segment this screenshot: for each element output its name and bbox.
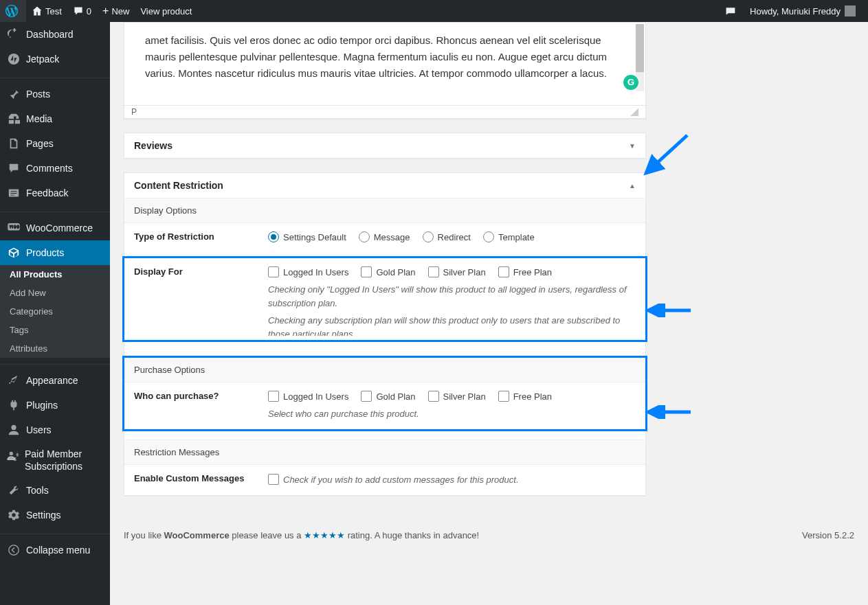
menu-products[interactable]: Products bbox=[0, 240, 110, 265]
site-name-link[interactable]: Test bbox=[26, 0, 67, 22]
svg-point-0 bbox=[8, 54, 19, 65]
purchase-silver-option[interactable]: Silver Plan bbox=[428, 391, 486, 402]
submenu-tags[interactable]: Tags bbox=[0, 321, 110, 339]
content-restriction-header[interactable]: Content Restriction ▲ bbox=[124, 173, 645, 198]
collapse-menu[interactable]: Collapse menu bbox=[0, 538, 110, 562]
menu-posts[interactable]: Posts bbox=[0, 82, 110, 106]
purchase-silver-checkbox[interactable] bbox=[428, 391, 439, 402]
reviews-header[interactable]: Reviews ▼ bbox=[124, 133, 645, 158]
svg-point-6 bbox=[9, 545, 19, 555]
type-of-restriction-label: Type of Restriction bbox=[134, 231, 268, 242]
toggle-up-icon[interactable]: ▲ bbox=[629, 182, 636, 190]
menu-dashboard[interactable]: Dashboard bbox=[0, 22, 110, 47]
footer-thanks: If you like WooCommerce please leave us … bbox=[124, 530, 479, 540]
svg-text:$: $ bbox=[14, 456, 16, 462]
menu-woocommerce[interactable]: WooCommerce bbox=[0, 216, 110, 240]
menu-comments[interactable]: Comments bbox=[0, 156, 110, 181]
display-silver-option[interactable]: Silver Plan bbox=[428, 266, 486, 277]
display-gold-checkbox[interactable] bbox=[361, 266, 372, 277]
woocommerce-icon bbox=[7, 221, 21, 235]
restriction-message-radio[interactable] bbox=[359, 231, 370, 242]
display-for-label: Display For bbox=[134, 266, 268, 277]
submenu-all-products[interactable]: All Products bbox=[0, 265, 110, 284]
submenu-categories[interactable]: Categories bbox=[0, 302, 110, 321]
enable-custom-checkbox[interactable] bbox=[268, 474, 279, 485]
media-icon bbox=[7, 112, 21, 126]
restriction-template-radio[interactable] bbox=[483, 231, 494, 242]
enable-custom-messages-row: Enable Custom Messages Check if you wish… bbox=[124, 465, 645, 496]
menu-settings[interactable]: Settings bbox=[0, 503, 110, 527]
display-silver-checkbox[interactable] bbox=[428, 266, 439, 277]
enable-custom-option[interactable]: Check if you wish to add custom messages… bbox=[268, 473, 519, 487]
description-editor: amet facilisis. Quis vel eros donec ac o… bbox=[124, 22, 646, 119]
display-free-checkbox[interactable] bbox=[498, 266, 509, 277]
menu-media[interactable]: Media bbox=[0, 106, 110, 131]
menu-tools[interactable]: Tools bbox=[0, 478, 110, 503]
display-logged-in-option[interactable]: Logged In Users bbox=[268, 266, 348, 277]
appearance-icon bbox=[7, 374, 21, 387]
new-link[interactable]: +New bbox=[97, 0, 135, 22]
page-icon bbox=[7, 137, 21, 150]
enable-custom-label: Enable Custom Messages bbox=[134, 473, 268, 483]
annotation-arrow-3 bbox=[643, 405, 698, 419]
purchase-logged-in-option[interactable]: Logged In Users bbox=[268, 391, 348, 402]
speech-icon bbox=[725, 5, 736, 16]
display-logged-in-checkbox[interactable] bbox=[268, 266, 279, 277]
menu-users[interactable]: Users bbox=[0, 418, 110, 442]
editor-path[interactable]: P bbox=[131, 107, 137, 117]
purchase-gold-option[interactable]: Gold Plan bbox=[361, 391, 415, 402]
purchase-free-checkbox[interactable] bbox=[498, 391, 509, 402]
editor-text: amet facilisis. Quis vel eros donec ac o… bbox=[145, 34, 607, 79]
menu-paid-member[interactable]: $Paid Member Subscriptions bbox=[0, 442, 110, 478]
collapse-icon bbox=[7, 543, 21, 557]
purchase-gold-checkbox[interactable] bbox=[361, 391, 372, 402]
comments-link[interactable]: 0 bbox=[67, 0, 97, 22]
purchase-logged-in-checkbox[interactable] bbox=[268, 391, 279, 402]
menu-jetpack[interactable]: Jetpack bbox=[0, 47, 110, 71]
grammarly-icon[interactable]: G bbox=[623, 75, 638, 90]
restriction-redirect-radio[interactable] bbox=[423, 231, 434, 242]
restriction-message-option[interactable]: Message bbox=[359, 231, 410, 242]
restriction-template-option[interactable]: Template bbox=[483, 231, 535, 242]
menu-plugins[interactable]: Plugins bbox=[0, 393, 110, 418]
editor-resize-handle[interactable] bbox=[630, 108, 638, 116]
settings-icon bbox=[7, 508, 21, 522]
purchase-options-highlight: Purchase Options Who can purchase? Logge… bbox=[122, 356, 647, 431]
notifications-link[interactable] bbox=[720, 0, 744, 22]
site-name-text: Test bbox=[45, 6, 62, 16]
who-purchase-row: Who can purchase? Logged In Users Gold P… bbox=[124, 383, 645, 429]
dashboard-icon bbox=[7, 27, 21, 41]
footer-version: Version 5.2.2 bbox=[802, 530, 854, 540]
type-of-restriction-row: Type of Restriction Settings Default Mes… bbox=[124, 223, 645, 256]
content-restriction-postbox: Content Restriction ▲ Display Options Ty… bbox=[124, 172, 646, 496]
editor-textarea[interactable]: amet facilisis. Quis vel eros donec ac o… bbox=[124, 23, 645, 105]
toggle-down-icon[interactable]: ▼ bbox=[629, 142, 636, 150]
wp-logo[interactable] bbox=[0, 0, 26, 22]
pin-icon bbox=[7, 87, 21, 101]
menu-feedback[interactable]: Feedback bbox=[0, 181, 110, 205]
my-account-link[interactable]: Howdy, Muriuki Freddy bbox=[744, 0, 861, 22]
new-label: New bbox=[111, 6, 129, 16]
menu-pages[interactable]: Pages bbox=[0, 131, 110, 156]
purchase-free-option[interactable]: Free Plan bbox=[498, 391, 552, 402]
restriction-default-option[interactable]: Settings Default bbox=[268, 231, 346, 242]
display-gold-option[interactable]: Gold Plan bbox=[361, 266, 415, 277]
purchase-options-section-header: Purchase Options bbox=[124, 358, 645, 383]
wordpress-icon bbox=[5, 5, 18, 17]
plus-icon: + bbox=[102, 5, 109, 17]
footer-rating-link[interactable]: ★★★★★ bbox=[304, 530, 345, 540]
display-free-option[interactable]: Free Plan bbox=[498, 266, 552, 277]
reviews-title: Reviews bbox=[134, 140, 173, 151]
submenu-add-new[interactable]: Add New bbox=[0, 284, 110, 302]
restriction-default-radio[interactable] bbox=[268, 231, 279, 242]
restriction-redirect-option[interactable]: Redirect bbox=[423, 231, 471, 242]
svg-point-3 bbox=[11, 425, 16, 430]
svg-line-7 bbox=[646, 135, 687, 173]
annotation-arrow-2 bbox=[643, 304, 698, 317]
view-product-link[interactable]: View product bbox=[135, 0, 197, 22]
display-for-help-1: Checking only "Logged In Users" will sho… bbox=[268, 283, 636, 310]
footer: If you like WooCommerce please leave us … bbox=[124, 523, 854, 547]
menu-appearance[interactable]: Appearance bbox=[0, 368, 110, 393]
submenu-attributes[interactable]: Attributes bbox=[0, 339, 110, 358]
display-for-row: Display For Logged In Users Gold Plan Si… bbox=[124, 258, 645, 340]
